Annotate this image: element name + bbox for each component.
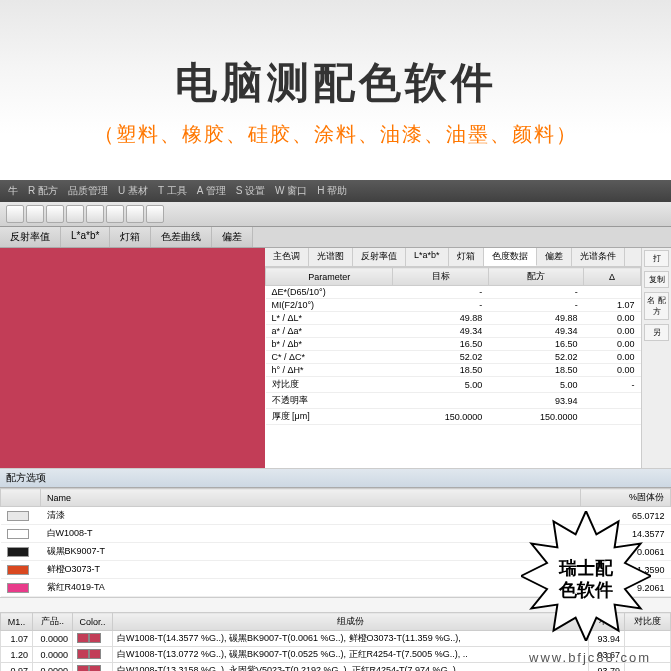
param-name: C* / ΔC* <box>266 351 393 364</box>
colorant-name: 白W1008-T <box>41 525 581 543</box>
tab[interactable]: L*a*b* <box>406 248 449 266</box>
cell: 1.07 <box>1 631 33 647</box>
tab[interactable]: 偏差 <box>212 227 253 247</box>
param-delta: - <box>584 377 641 393</box>
menu-item[interactable]: 牛 <box>8 184 18 198</box>
col-header: %固体份 <box>581 489 671 507</box>
color-swatch <box>7 547 29 557</box>
tab[interactable]: 反射率值 <box>353 248 406 266</box>
menu-item[interactable]: 品质管理 <box>68 184 108 198</box>
toolbar-button[interactable] <box>66 205 84 223</box>
toolbar-button[interactable] <box>6 205 24 223</box>
cell <box>73 647 113 663</box>
tab[interactable]: 主色调 <box>265 248 309 266</box>
cell: 1.20 <box>1 647 33 663</box>
param-target: 49.88 <box>393 312 488 325</box>
col-header[interactable]: 产品.. <box>33 613 73 631</box>
tab[interactable]: 色度数据 <box>484 248 537 266</box>
tab[interactable]: 光谱图 <box>309 248 353 266</box>
param-name: a* / Δa* <box>266 325 393 338</box>
toolbar-button[interactable] <box>106 205 124 223</box>
param-target: 18.50 <box>393 364 488 377</box>
toolbar-button[interactable] <box>126 205 144 223</box>
colorant-name: 鲜橙O3073-T <box>41 561 581 579</box>
menu-item[interactable]: U 基材 <box>118 184 148 198</box>
menu-item[interactable]: W 窗口 <box>275 184 307 198</box>
page-title: 电脑测配色软件 <box>0 55 671 111</box>
tab[interactable]: 色差曲线 <box>151 227 212 247</box>
col-header[interactable]: Color.. <box>73 613 113 631</box>
tab[interactable]: 灯箱 <box>110 227 151 247</box>
menu-item[interactable]: T 工具 <box>158 184 187 198</box>
param-formula: - <box>488 299 583 312</box>
side-button[interactable]: 名 配方 <box>644 292 669 320</box>
menu-item[interactable]: R 配方 <box>28 184 58 198</box>
param-target: 150.0000 <box>393 409 488 425</box>
composition: 白W1008-T(13.0772 %G..), 碳黑BK9007-T(0.052… <box>113 647 589 663</box>
toolbar-button[interactable] <box>86 205 104 223</box>
param-delta: 0.00 <box>584 364 641 377</box>
toolbar-button[interactable] <box>46 205 64 223</box>
color-swatch <box>7 565 29 575</box>
param-formula: 49.34 <box>488 325 583 338</box>
param-name: b* / Δb* <box>266 338 393 351</box>
col-header: 目标 <box>393 268 488 286</box>
color-preview <box>0 248 265 468</box>
param-name: 不透明率 <box>266 393 393 409</box>
tab[interactable]: 光谱条件 <box>572 248 625 266</box>
badge-starburst: 瑞士配 色软件 <box>521 511 651 641</box>
side-buttons: 打 复制 名 配方 另 <box>641 248 671 468</box>
url-text: www.bfjc88.com <box>529 650 651 665</box>
data-panel: 主色调 光谱图 反射率值 L*a*b* 灯箱 色度数据 偏差 光谱条件 Para… <box>265 248 641 468</box>
param-delta: 0.00 <box>584 351 641 364</box>
side-button[interactable]: 复制 <box>644 271 669 288</box>
param-formula: 52.02 <box>488 351 583 364</box>
composition: 白W1008-T(14.3577 %G..), 碳黑BK9007-T(0.006… <box>113 631 589 647</box>
cell <box>73 663 113 672</box>
col-header: Δ <box>584 268 641 286</box>
param-name: L* / ΔL* <box>266 312 393 325</box>
cell: 0.0000 <box>33 663 73 672</box>
side-button[interactable]: 打 <box>644 250 669 267</box>
param-target: 52.02 <box>393 351 488 364</box>
tab[interactable]: 灯箱 <box>449 248 484 266</box>
col-header[interactable]: 组成份 <box>113 613 589 631</box>
param-target: 5.00 <box>393 377 488 393</box>
param-delta <box>584 409 641 425</box>
param-delta: 1.07 <box>584 299 641 312</box>
param-target: 16.50 <box>393 338 488 351</box>
tab[interactable]: L*a*b* <box>61 227 110 247</box>
formula-header: 配方选项 <box>0 469 671 488</box>
param-name: 厚度 [μm] <box>266 409 393 425</box>
cell: 0.0000 <box>33 631 73 647</box>
menu-item[interactable]: S 设置 <box>236 184 265 198</box>
param-name: ΔE*(D65/10°) <box>266 286 393 299</box>
color-swatch <box>7 583 29 593</box>
workarea: 主色调 光谱图 反射率值 L*a*b* 灯箱 色度数据 偏差 光谱条件 Para… <box>0 248 671 468</box>
toolbar-button[interactable] <box>26 205 44 223</box>
col-header: Name <box>41 489 581 507</box>
param-name: MI(F2/10°) <box>266 299 393 312</box>
param-target <box>393 393 488 409</box>
param-delta: 0.00 <box>584 338 641 351</box>
param-delta <box>584 393 641 409</box>
param-formula: 49.88 <box>488 312 583 325</box>
toolbar-button[interactable] <box>146 205 164 223</box>
menu-item[interactable]: A 管理 <box>197 184 226 198</box>
tab[interactable]: 反射率值 <box>0 227 61 247</box>
param-target: - <box>393 286 488 299</box>
param-formula: 18.50 <box>488 364 583 377</box>
param-formula: 150.0000 <box>488 409 583 425</box>
param-formula: 93.94 <box>488 393 583 409</box>
col-header[interactable]: M1.. <box>1 613 33 631</box>
composition: 白W1008-T(13.3158 %G..), 永固紫V5023-T(0.219… <box>113 663 589 672</box>
colorant-name: 碳黑BK9007-T <box>41 543 581 561</box>
param-formula: 16.50 <box>488 338 583 351</box>
preview-tabs: 反射率值 L*a*b* 灯箱 色差曲线 偏差 <box>0 227 671 248</box>
param-delta: 0.00 <box>584 312 641 325</box>
page-subtitle: （塑料、橡胶、硅胶、涂料、油漆、油墨、颜料） <box>0 121 671 148</box>
tab[interactable]: 偏差 <box>537 248 572 266</box>
color-preview-panel <box>0 248 265 468</box>
side-button[interactable]: 另 <box>644 324 669 341</box>
menu-item[interactable]: H 帮助 <box>317 184 347 198</box>
